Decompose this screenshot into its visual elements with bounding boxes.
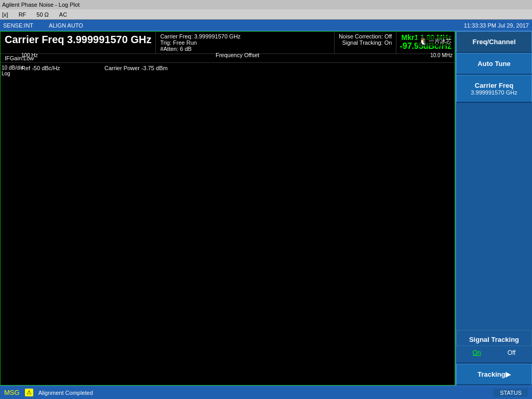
alignment-msg: Alignment Completed bbox=[38, 390, 93, 396]
track-on-option[interactable]: On bbox=[470, 348, 484, 357]
x-axis-row: 100 Hz Frequency Offset 10.0 MHz bbox=[20, 47, 455, 63]
tracking-btn[interactable]: Tracking▶ bbox=[456, 364, 532, 385]
menu-close[interactable]: [x] bbox=[2, 11, 8, 18]
main-area: Carrier Freq 3.999991570 GHz Carrier Fre… bbox=[0, 31, 532, 385]
trig-info: Trig: Free Run bbox=[160, 39, 241, 46]
menu-50ohm[interactable]: 50 Ω bbox=[36, 11, 49, 18]
plot-area: Carrier Freq 3.999991570 GHz Carrier Fre… bbox=[0, 31, 455, 385]
watermark: 🐧 一片冰芯 bbox=[417, 36, 454, 46]
status-label: STATUS bbox=[494, 389, 528, 397]
menu-rf[interactable]: RF bbox=[19, 11, 26, 18]
title-text: Agilent Phase Noise - Log Plot bbox=[2, 2, 79, 8]
top-status-bar: SENSE:INT ALIGN AUTO 11:33:33 PM Jul 29,… bbox=[0, 20, 532, 31]
auto-tune-btn[interactable]: Auto Tune bbox=[456, 53, 532, 75]
carrier-freq-btn[interactable]: Carrier Freq 3.999991570 GHz bbox=[456, 75, 532, 103]
track-off-option[interactable]: Off bbox=[504, 348, 519, 357]
signal-tracking-section: Signal Tracking On Off bbox=[456, 330, 532, 364]
menu-ac[interactable]: AC bbox=[59, 11, 67, 18]
signal-tracking-btn[interactable]: Signal Tracking bbox=[456, 330, 532, 346]
datetime-status: 11:33:33 PM Jul 29, 2017 bbox=[464, 22, 529, 29]
msg-icon: MSG bbox=[4, 389, 20, 396]
title-bar: Agilent Phase Noise - Log Plot bbox=[0, 0, 532, 9]
ref-label: Ref -50 dBc/Hz bbox=[21, 65, 60, 71]
x-label-right: 10.0 MHz bbox=[430, 52, 453, 58]
menu-bar: [x] RF 50 Ω AC bbox=[0, 9, 532, 20]
y-scale-label: 10 dB/div Log bbox=[1, 65, 24, 76]
right-panel: Freq/Channel Auto Tune Carrier Freq 3.99… bbox=[455, 31, 532, 385]
carrier-power: Carrier Power -3.75 dBm bbox=[104, 65, 168, 71]
x-label-left: 100 Hz bbox=[21, 52, 38, 58]
sense-status: SENSE:INT bbox=[3, 22, 33, 29]
carrier-freq-title: Carrier Freq 3.999991570 GHz bbox=[5, 34, 151, 46]
signal-tracking-status: Signal Tracking: On bbox=[339, 39, 392, 46]
align-status: ALIGN AUTO bbox=[49, 22, 83, 29]
freq-channel-btn[interactable]: Freq/Channel bbox=[456, 31, 532, 53]
bottom-status-bar: MSG ⚠ Alignment Completed STATUS bbox=[0, 385, 532, 399]
noise-correction: Noise Correction: Off bbox=[339, 33, 392, 39]
x-axis-center-label: Frequency Offset bbox=[216, 52, 259, 58]
signal-tracking-opts: On Off bbox=[456, 346, 532, 364]
carrier-freq-value: Carrier Freq: 3.999991570 GHz bbox=[160, 33, 241, 39]
